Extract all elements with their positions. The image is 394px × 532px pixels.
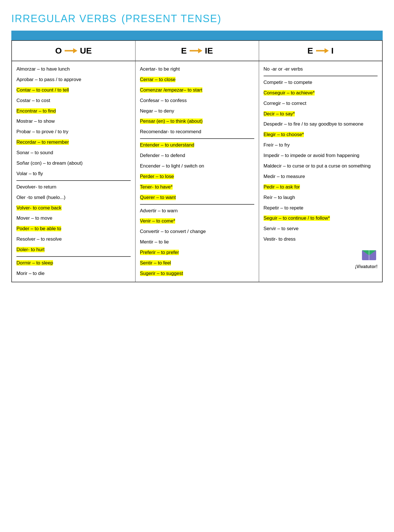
list-item: Conseguir – to achieve*	[264, 88, 378, 98]
list-item: Repetir – to repete	[264, 203, 378, 213]
table-header-row: O UE E	[12, 41, 382, 61]
list-item: Poder – to be able to	[16, 224, 131, 234]
highlighted-verb: Poder – to be able to	[16, 226, 61, 231]
col2-from: E	[181, 46, 187, 56]
list-item: Devolver- to return	[16, 182, 131, 192]
list-item: Competir – to compete	[264, 77, 378, 88]
list-item: Decir – to say*	[264, 109, 378, 119]
list-item: Venir – to come*	[140, 216, 254, 226]
list-item: Perder – to lose	[140, 171, 254, 182]
list-item: Morir – to die	[16, 268, 131, 279]
list-item: Reír – to laugh	[264, 192, 378, 203]
highlighted-verb: Volver- to come back	[16, 205, 62, 211]
list-item: Servir – to serve	[264, 224, 378, 234]
list-item: Costar – to cost	[16, 96, 131, 106]
highlighted-verb: Sentir – to feel	[140, 260, 171, 266]
col3-to: I	[331, 46, 334, 56]
highlighted-verb: Venir – to come*	[140, 218, 175, 224]
list-item: Negar – to deny	[140, 106, 254, 116]
list-item: Pedir – to ask for	[264, 182, 378, 192]
list-item: Medir – to measure	[264, 171, 378, 182]
table-row: Almorzar – to have lunchAprobar – to pas…	[12, 61, 382, 282]
vivatutor-text: ¡Vivatutor!	[355, 263, 378, 270]
highlighted-verb: Encontrar – to find	[16, 108, 56, 114]
col2-to: IE	[205, 46, 213, 56]
highlighted-verb: Conseguir – to achieve*	[264, 90, 315, 96]
list-item: Oler -to smell (huelo...)	[16, 192, 131, 203]
highlighted-verb: Preferir – to prefer	[140, 250, 179, 255]
list-item: Mostrar – to show	[16, 116, 131, 127]
col-header-2: E IE	[135, 41, 259, 61]
svg-marker-3	[198, 48, 202, 53]
list-item: Cerrar – to close	[140, 75, 254, 85]
list-item: Dormir – to sleep	[16, 258, 131, 268]
highlighted-verb: Querer – to want	[140, 195, 176, 200]
highlighted-verb: Perder – to lose	[140, 174, 174, 179]
list-item: Entender – to understand	[140, 140, 254, 151]
verb-table: O UE E	[11, 40, 383, 282]
list-item: Encender – to light / switch on	[140, 161, 254, 171]
highlighted-verb: Cerrar – to close	[140, 77, 176, 82]
list-item: Sugerir – to suggest	[140, 268, 254, 279]
highlighted-verb: Doler- to hurt	[16, 247, 45, 252]
list-item: Sonar – to sound	[16, 148, 131, 158]
highlighted-verb: Contar – to count / to tell	[16, 87, 69, 93]
list-item: Mentir – to lie	[140, 237, 254, 247]
highlighted-verb: Sugerir – to suggest	[140, 271, 183, 276]
list-item: No -ar or -er verbs	[264, 64, 378, 76]
highlighted-verb: Entender – to understand	[140, 142, 194, 148]
col-e-i: No -ar or -er verbsCompetir – to compete…	[259, 61, 382, 282]
col-header-3: E I	[259, 41, 382, 61]
info-box	[11, 31, 383, 40]
list-item: Preferir – to prefer	[140, 247, 254, 258]
highlighted-verb: Recordar – to remember	[16, 139, 69, 145]
list-item: Recomendar- to recommend	[140, 127, 254, 139]
vivatutor-logo: ¡Vivatutor!	[264, 247, 378, 270]
list-item: Elegir – to choose*	[264, 130, 378, 140]
list-item: Encontrar – to find	[16, 106, 131, 116]
list-item: Volver- to come back	[16, 203, 131, 213]
highlighted-verb: Elegir – to choose*	[264, 132, 304, 137]
col2-arrow	[189, 47, 203, 55]
svg-marker-1	[73, 48, 77, 53]
list-item: Advertir – to warn	[140, 206, 254, 216]
list-item: Contar – to count / to tell	[16, 85, 131, 96]
highlighted-verb: Pensar (en) – to think (about)	[140, 118, 203, 124]
list-item: Comenzar /empezar– to start	[140, 85, 254, 96]
list-item: Probar – to prove / to try	[16, 127, 131, 137]
list-item: Maldecir – to curse or to put a curse on…	[264, 161, 378, 171]
list-item: Almorzar – to have lunch	[16, 64, 131, 75]
highlighted-verb: Pedir – to ask for	[264, 184, 300, 190]
col-header-1: O UE	[12, 41, 135, 61]
list-item: Soñar (con) – to dream (about)	[16, 158, 131, 169]
list-item: Recordar – to remember	[16, 137, 131, 148]
list-item: Despedir – to fire / to say goodbye to s…	[264, 119, 378, 130]
list-item: Mover – to move	[16, 213, 131, 224]
book-icon	[361, 247, 378, 262]
page-title: IRREGULAR VERBS (PRESENT TENSE)	[11, 9, 383, 26]
highlighted-verb: Seguir – to continue / to follow*	[264, 215, 330, 221]
col3-from: E	[308, 46, 313, 56]
svg-rect-8	[368, 250, 370, 260]
list-item: Pensar (en) – to think (about)	[140, 116, 254, 127]
highlighted-verb: Comenzar /empezar– to start	[140, 87, 202, 93]
list-item: Corregir – to correct	[264, 98, 378, 109]
list-item: Doler- to hurt	[16, 245, 131, 257]
list-item: Convertir – to convert / change	[140, 226, 254, 237]
col3-arrow	[315, 47, 329, 55]
col-o-ue: Almorzar – to have lunchAprobar – to pas…	[12, 61, 135, 282]
list-item: Vestir- to dress	[264, 234, 378, 245]
list-item: Seguir – to continue / to follow*	[264, 213, 378, 224]
list-item: Freír – to fry	[264, 140, 378, 151]
list-item: Querer – to want	[140, 192, 254, 205]
list-item: Acertar- to be right	[140, 64, 254, 75]
svg-marker-5	[325, 48, 329, 53]
list-item: Impedir – to impede or avoid from happen…	[264, 151, 378, 161]
col-e-ie: Acertar- to be rightCerrar – to closeCom…	[135, 61, 259, 282]
list-item: Sentir – to feel	[140, 258, 254, 268]
title-sub: (PRESENT TENSE)	[122, 13, 222, 24]
col1-to: UE	[80, 46, 92, 56]
list-item: Volar – to fly	[16, 169, 131, 181]
list-item: Resolver – to resolve	[16, 234, 131, 245]
col1-from: O	[55, 46, 62, 56]
